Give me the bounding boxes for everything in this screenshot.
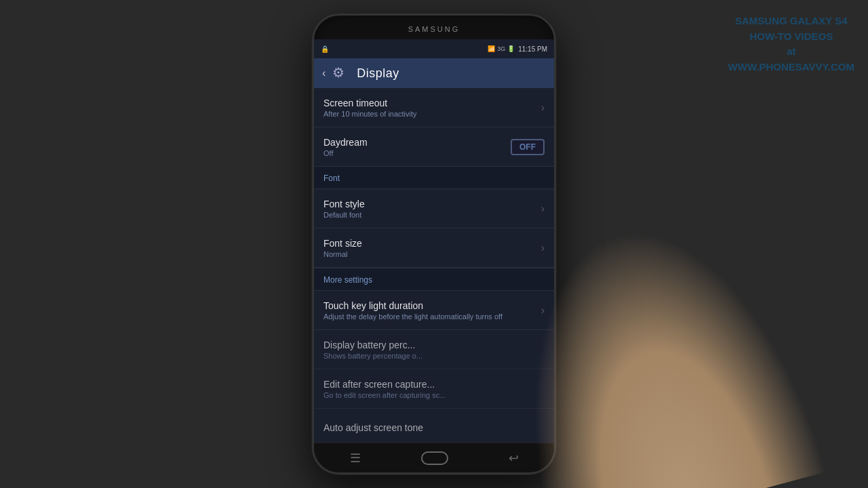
font-style-title: Font style [323, 199, 541, 209]
signal-3g: 3G [497, 45, 505, 52]
battery-icon: 🔋 [507, 45, 515, 52]
status-right: 📶 3G 🔋 11:15 PM [488, 45, 547, 53]
status-time: 11:15 PM [518, 45, 547, 53]
edit-capture-item[interactable]: Edit after screen capture... Go to edit … [314, 369, 554, 409]
settings-list: Screen timeout After 10 minutes of inact… [314, 88, 554, 443]
screen-timeout-chevron: › [541, 102, 545, 114]
phone: SAMSUNG 🔒 📶 3G 🔋 11:15 PM ‹ ⚙ Display [312, 14, 556, 474]
auto-adjust-title: Auto adjust screen tone [323, 422, 545, 433]
font-style-chevron: › [541, 203, 545, 215]
phone-wrapper: SAMSUNG 🔒 📶 3G 🔋 11:15 PM ‹ ⚙ Display [312, 14, 556, 474]
font-section-label: Font [323, 174, 340, 183]
font-style-content: Font style Default font [323, 199, 541, 219]
watermark-line3: at [728, 44, 854, 60]
screen-timeout-content: Screen timeout After 10 minutes of inact… [323, 98, 541, 118]
battery-percent-subtitle: Shows battery percentage o... [323, 352, 545, 360]
more-settings-header: More settings [314, 268, 554, 291]
menu-button[interactable]: ☰ [339, 445, 372, 471]
samsung-label: SAMSUNG [408, 25, 460, 33]
font-style-subtitle: Default font [323, 211, 541, 219]
font-size-item[interactable]: Font size Normal › [314, 228, 554, 268]
auto-adjust-item[interactable]: Auto adjust screen tone [314, 409, 554, 443]
back-button[interactable]: ‹ [322, 67, 326, 79]
page-title: Display [357, 66, 399, 81]
daydream-item[interactable]: Daydream Off OFF [314, 127, 554, 167]
gear-icon: ⚙ [332, 64, 350, 82]
daydream-subtitle: Off [323, 149, 511, 157]
font-size-subtitle: Normal [323, 250, 541, 258]
font-size-chevron: › [541, 242, 545, 254]
screen-timeout-title: Screen timeout [323, 98, 541, 108]
font-style-item[interactable]: Font style Default font › [314, 189, 554, 228]
edit-capture-subtitle: Go to edit screen after capturing sc... [323, 391, 545, 399]
scene: SAMSUNG GALAXY S4 HOW-TO VIDEOS at WWW.P… [0, 0, 868, 488]
status-icons: 📶 [488, 45, 495, 52]
screen-timeout-subtitle: After 10 minutes of inactivity [323, 110, 541, 118]
back-nav-button[interactable]: ↩ [498, 445, 530, 471]
edit-capture-content: Edit after screen capture... Go to edit … [323, 379, 545, 399]
edit-capture-title: Edit after screen capture... [323, 379, 545, 390]
battery-percent-title: Display battery perc... [323, 340, 545, 350]
daydream-title: Daydream [323, 137, 511, 148]
screen-timeout-item[interactable]: Screen timeout After 10 minutes of inact… [314, 88, 554, 127]
battery-percent-content: Display battery perc... Shows battery pe… [323, 340, 545, 360]
touch-key-chevron: › [541, 304, 545, 317]
touch-key-content: Touch key light duration Adjust the dela… [323, 300, 541, 321]
watermark-line4: WWW.PHONESAVVY.COM [728, 60, 854, 75]
watermark-line2: HOW-TO VIDEOS [728, 29, 854, 45]
auto-adjust-content: Auto adjust screen tone [323, 422, 545, 434]
action-bar: ‹ ⚙ Display [314, 58, 554, 88]
font-size-title: Font size [323, 238, 541, 249]
more-settings-label: More settings [323, 275, 372, 285]
watermark-line1: SAMSUNG GALAXY S4 [728, 14, 854, 29]
font-section-header: Font [314, 167, 554, 189]
nav-bar: ☰ ↩ [314, 443, 554, 472]
lock-icon: 🔒 [321, 45, 329, 53]
font-size-content: Font size Normal [323, 238, 541, 258]
status-bar: 🔒 📶 3G 🔋 11:15 PM [314, 39, 554, 58]
touch-key-item[interactable]: Touch key light duration Adjust the dela… [314, 291, 554, 330]
watermark: SAMSUNG GALAXY S4 HOW-TO VIDEOS at WWW.P… [728, 14, 854, 75]
touch-key-subtitle: Adjust the delay before the light automa… [323, 312, 541, 321]
daydream-toggle[interactable]: OFF [511, 139, 545, 155]
daydream-content: Daydream Off [323, 137, 511, 157]
status-left: 🔒 [321, 45, 329, 53]
touch-key-title: Touch key light duration [323, 300, 541, 311]
battery-percent-item[interactable]: Display battery perc... Shows battery pe… [314, 330, 554, 369]
home-button[interactable] [421, 451, 448, 465]
